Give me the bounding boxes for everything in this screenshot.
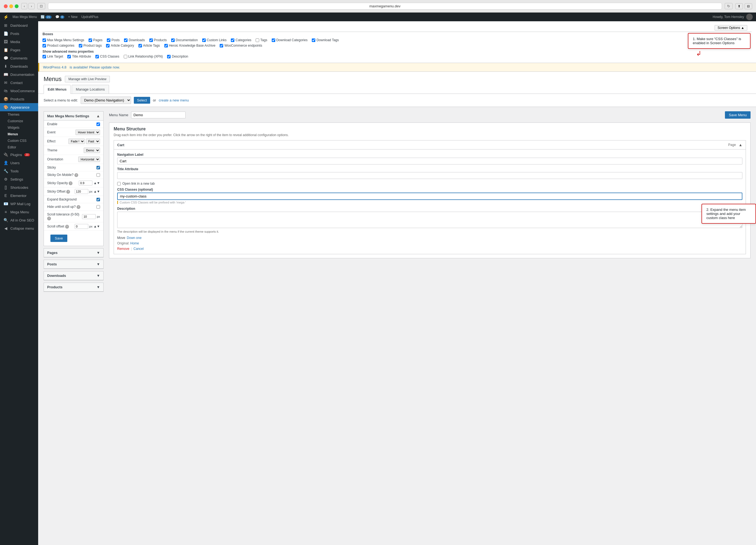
new-content-link[interactable]: + New (68, 15, 77, 19)
sidebar-item-editor[interactable]: Editor (0, 144, 38, 150)
menu-select-dropdown[interactable]: Demo (Demo Navigation) (81, 97, 131, 104)
checkbox-downloads[interactable]: Downloads (124, 38, 145, 42)
menu-name-input[interactable] (131, 111, 186, 118)
sidebar-item-pages[interactable]: 📋 Pages (0, 46, 38, 54)
css-classes-input[interactable] (117, 192, 742, 200)
move-down-link[interactable]: Down one (127, 236, 141, 240)
scroll-offset-stepper[interactable]: ▲▼ (93, 224, 100, 228)
description-textarea[interactable] (117, 212, 742, 228)
opacity-stepper[interactable]: ▲▼ (93, 181, 100, 185)
checkbox-article-tags[interactable]: Article Tags (138, 44, 160, 47)
expand-icon[interactable]: ▲ (739, 143, 742, 147)
checkbox-download-tags[interactable]: Download Tags (312, 38, 339, 42)
sidebar-item-settings[interactable]: ⚙ Settings (0, 175, 38, 183)
sidebar-item-custom-css[interactable]: Custom CSS (0, 137, 38, 144)
sidebar-item-users[interactable]: 👤 Users (0, 159, 38, 167)
panel-header[interactable]: Max Mega Menu Settings ▲ (44, 111, 103, 120)
title-attr-input[interactable] (117, 172, 742, 179)
screen-options-toggle-button[interactable]: Screen Options ▲ (715, 25, 747, 31)
checkbox-max-mega-menu-settings[interactable]: Max Mega Menu Settings (43, 38, 84, 42)
create-new-menu-link[interactable]: create a new menu (159, 98, 189, 102)
checkbox-pages[interactable]: Pages (89, 38, 102, 42)
downloads-collapsible-header[interactable]: Downloads ▼ (44, 271, 103, 280)
checkbox-title-attribute[interactable]: Title Attribute (67, 55, 91, 58)
wp-logo-link[interactable]: ⚡ (3, 14, 9, 20)
sticky-offset-info[interactable]: ? (66, 190, 70, 194)
checkbox-documentation[interactable]: Documentation (171, 38, 198, 42)
sidebar-item-elementor[interactable]: E Elementor (0, 191, 38, 200)
sidebar-item-plugins[interactable]: 🔌 Plugins 20 (0, 150, 38, 159)
sidebar-item-widgets[interactable]: Widgets (0, 124, 38, 131)
sidebar-item-menus[interactable]: Menus (0, 131, 38, 137)
windows-button[interactable]: ⊟ (745, 3, 752, 9)
save-menu-button[interactable]: Save Menu (725, 111, 751, 119)
select-button[interactable]: Select (134, 97, 150, 104)
checkbox-tags[interactable]: Tags (256, 38, 267, 42)
hide-scroll-checkbox[interactable] (96, 205, 100, 209)
event-select[interactable]: Hover Intent (75, 129, 100, 135)
scroll-tolerance-info[interactable]: ? (47, 216, 51, 220)
sidebar-item-dashboard[interactable]: ⊞ Dashboard (0, 21, 38, 29)
expand-bg-checkbox[interactable] (96, 198, 100, 201)
checkbox-custom-links[interactable]: Custom Links (202, 38, 227, 42)
sidebar-item-appearance[interactable]: 🎨 Appearance (0, 103, 38, 111)
cancel-link[interactable]: Cancel (134, 247, 144, 251)
forward-button[interactable]: › (28, 3, 34, 9)
tab-manage-locations[interactable]: Manage Locations (72, 85, 109, 94)
scroll-offset-info[interactable]: ? (65, 225, 69, 228)
original-link[interactable]: Home (130, 241, 139, 245)
posts-collapsible-header[interactable]: Posts ▼ (44, 260, 103, 269)
minimize-button[interactable] (9, 4, 13, 8)
live-preview-button[interactable]: Manage with Live Preview (65, 76, 110, 82)
fullscreen-button[interactable] (15, 4, 19, 8)
checkbox-product-categories[interactable]: Product categories (43, 44, 74, 47)
checkbox-product-tags[interactable]: Product tags (79, 44, 102, 47)
sidebar-item-products[interactable]: 📦 Products (0, 95, 38, 103)
sidebar-item-posts[interactable]: 📄 Posts (0, 29, 38, 38)
checkbox-heroic-kb[interactable]: Heroic Knowledge Base Archive (164, 44, 216, 47)
address-bar[interactable]: maxmegamenu.dev (48, 3, 722, 10)
sticky-mobile-info[interactable]: ? (74, 173, 78, 177)
close-button[interactable] (4, 4, 8, 8)
checkbox-description[interactable]: Description (167, 55, 188, 58)
sticky-opacity-input[interactable] (79, 180, 92, 185)
sticky-opacity-info[interactable]: ? (69, 181, 72, 185)
sticky-offset-stepper[interactable]: ▲▼ (93, 189, 100, 193)
scroll-offset-input[interactable] (75, 224, 88, 229)
checkbox-woocommerce-endpoints[interactable]: WooCommerce endpoints (220, 44, 262, 47)
checkbox-posts[interactable]: Posts (107, 38, 120, 42)
checkbox-download-categories[interactable]: Download Categories (272, 38, 308, 42)
theme-select[interactable]: Demo (84, 147, 100, 153)
sticky-mobile-checkbox[interactable] (96, 173, 100, 177)
checkbox-article-category[interactable]: Article Category (106, 44, 134, 47)
update-now-link[interactable]: is available! Please update now. (69, 65, 120, 69)
sidebar-item-documentation[interactable]: 📖 Documentation (0, 70, 38, 79)
tab-edit-menus[interactable]: Edit Menus (44, 85, 71, 94)
comments-link[interactable]: 💬 0 (55, 15, 65, 19)
sidebar-item-themes[interactable]: Themes (0, 111, 38, 118)
enable-checkbox[interactable] (96, 122, 100, 126)
window-controls-button[interactable]: ⊡ (37, 3, 45, 9)
share-button[interactable]: ⬆ (735, 3, 743, 9)
sidebar-item-tools[interactable]: 🔧 Tools (0, 167, 38, 175)
sidebar-item-woocommerce[interactable]: 🛍 WooCommerce (0, 87, 38, 95)
updates-link[interactable]: 🔄 21 (41, 15, 51, 19)
sidebar-item-wp-mail-log[interactable]: 📧 WP Mail Log (0, 200, 38, 208)
sidebar-item-customize[interactable]: Customize (0, 118, 38, 124)
orientation-select[interactable]: Horizontal (78, 156, 100, 162)
sidebar-item-downloads[interactable]: ⬇ Downloads (0, 62, 38, 70)
checkbox-products[interactable]: Products (149, 38, 167, 42)
menu-item-cart-header[interactable]: Cart Page ▲ (114, 140, 746, 149)
updraftplus-link[interactable]: UpdraftPlus (81, 15, 98, 19)
effect-select2[interactable]: Fast (86, 138, 100, 144)
checkbox-link-relationship[interactable]: Link Relationship (XFN) (124, 55, 163, 58)
sticky-checkbox[interactable] (96, 166, 100, 169)
sidebar-item-shortcodes[interactable]: [] Shortcodes (0, 183, 38, 191)
scroll-tolerance-input[interactable] (82, 214, 96, 219)
sticky-offset-input[interactable] (75, 189, 88, 194)
checkbox-css-classes[interactable]: CSS Classes (95, 55, 119, 58)
sidebar-collapse-menu[interactable]: ◀ Collapse menu (0, 224, 38, 232)
sidebar-item-contact[interactable]: ✉ Contact (0, 79, 38, 87)
pages-collapsible-header[interactable]: Pages ▼ (44, 248, 103, 257)
back-button[interactable]: ‹ (21, 3, 27, 9)
